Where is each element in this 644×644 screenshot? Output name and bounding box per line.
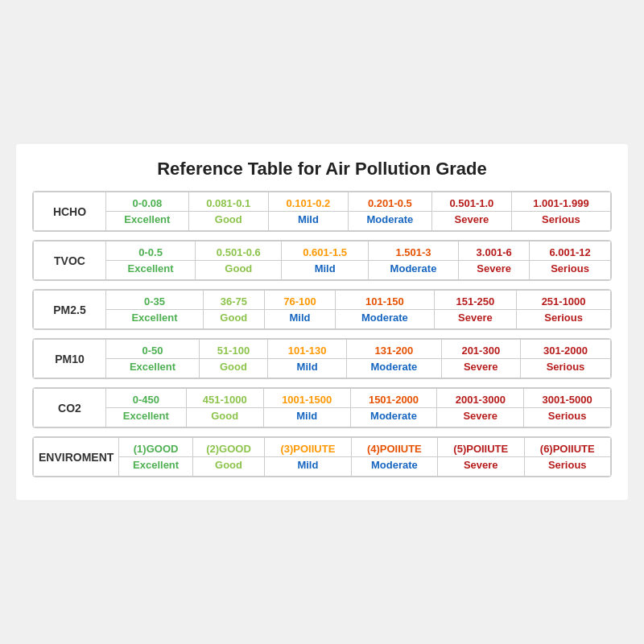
range-cell-1-3: 1.501-3 — [368, 242, 458, 261]
table-tvoc: TVOC0-0.50.501-0.60.601-1.51.501-33.001-… — [32, 240, 612, 281]
range-cell-4-2: 1001-1500 — [263, 389, 350, 408]
grade-cell-3-2: Mild — [267, 359, 346, 378]
grade-cell-5-1: Good — [192, 457, 264, 477]
grade-cell-3-0: Excellent — [106, 359, 200, 378]
page-title: Reference Table for Air Pollution Grade — [32, 159, 612, 180]
row-label-pm2.5: PM2.5 — [34, 291, 106, 329]
range-cell-3-1: 51-100 — [199, 340, 267, 359]
grade-cell-1-1: Good — [196, 261, 282, 280]
range-cell-5-2: (3)POIIUTE — [265, 438, 351, 457]
row-label-tvoc: TVOC — [34, 242, 106, 280]
grade-cell-0-4: Severe — [431, 212, 511, 231]
range-cell-0-1: 0.081-0.1 — [188, 192, 268, 212]
row-label-hcho: HCHO — [34, 192, 106, 231]
range-cell-2-4: 151-250 — [434, 291, 517, 310]
row-label-enviroment: ENVIROMENT — [34, 438, 119, 477]
range-cell-1-4: 3.001-6 — [459, 242, 530, 261]
grade-cell-4-1: Good — [186, 408, 263, 427]
grade-cell-0-2: Mild — [268, 212, 348, 231]
table-hcho: HCHO0-0.080.081-0.10.101-0.20.201-0.50.5… — [32, 191, 612, 232]
grade-cell-2-2: Mild — [264, 310, 336, 329]
grade-cell-3-5: Serious — [520, 359, 610, 378]
range-cell-3-5: 301-2000 — [520, 340, 610, 359]
grade-cell-5-2: Mild — [265, 457, 351, 477]
range-cell-0-2: 0.101-0.2 — [268, 192, 348, 212]
grade-cell-4-5: Serious — [524, 408, 611, 427]
table-enviroment: ENVIROMENT(1)GOOD(2)GOOD(3)POIIUTE(4)POI… — [32, 436, 612, 477]
range-cell-2-5: 251-1000 — [517, 291, 611, 310]
range-cell-4-3: 1501-2000 — [350, 389, 437, 408]
grade-cell-1-0: Excellent — [106, 261, 196, 280]
grade-cell-4-3: Moderate — [350, 408, 437, 427]
range-cell-5-4: (5)POIIUTE — [438, 438, 524, 457]
table-pm10: PM100-5051-100101-130131-200201-300301-2… — [32, 338, 612, 379]
range-cell-4-0: 0-450 — [106, 389, 187, 408]
range-cell-1-2: 0.601-1.5 — [282, 242, 368, 261]
range-cell-3-4: 201-300 — [441, 340, 520, 359]
grade-cell-2-3: Moderate — [336, 310, 434, 329]
grade-cell-3-1: Good — [199, 359, 267, 378]
grade-cell-5-3: Moderate — [351, 457, 437, 477]
range-cell-2-0: 0-35 — [106, 291, 204, 310]
range-cell-5-5: (6)POIIUTE — [524, 438, 611, 457]
range-cell-3-2: 101-130 — [267, 340, 346, 359]
grade-cell-3-3: Moderate — [347, 359, 441, 378]
row-label-pm10: PM10 — [34, 340, 106, 378]
grade-cell-1-5: Serious — [530, 261, 611, 280]
grade-cell-2-0: Excellent — [106, 310, 204, 329]
range-cell-1-0: 0-0.5 — [106, 242, 196, 261]
tables-container: HCHO0-0.080.081-0.10.101-0.20.201-0.50.5… — [32, 191, 612, 477]
grade-cell-5-5: Serious — [524, 457, 611, 477]
range-cell-5-1: (2)GOOD — [192, 438, 264, 457]
range-cell-4-5: 3001-5000 — [524, 389, 611, 408]
grade-cell-5-4: Severe — [438, 457, 524, 477]
grade-cell-5-0: Excellent — [119, 457, 193, 477]
range-cell-5-3: (4)POIIUTE — [351, 438, 437, 457]
range-cell-5-0: (1)GOOD — [119, 438, 193, 457]
range-cell-0-4: 0.501-1.0 — [431, 192, 511, 212]
range-cell-3-0: 0-50 — [106, 340, 200, 359]
range-cell-2-1: 36-75 — [203, 291, 264, 310]
range-cell-0-5: 1.001-1.999 — [511, 192, 610, 212]
grade-cell-1-4: Severe — [459, 261, 530, 280]
grade-cell-0-5: Serious — [511, 212, 610, 231]
grade-cell-0-0: Excellent — [106, 212, 189, 231]
range-cell-4-4: 2001-3000 — [437, 389, 524, 408]
grade-cell-4-2: Mild — [263, 408, 350, 427]
grade-cell-4-4: Severe — [437, 408, 524, 427]
main-container: Reference Table for Air Pollution Grade … — [16, 144, 628, 500]
range-cell-1-1: 0.501-0.6 — [196, 242, 282, 261]
range-cell-0-0: 0-0.08 — [106, 192, 189, 212]
grade-cell-2-1: Good — [203, 310, 264, 329]
range-cell-3-3: 131-200 — [347, 340, 441, 359]
grade-cell-3-4: Severe — [441, 359, 520, 378]
grade-cell-0-3: Moderate — [348, 212, 431, 231]
grade-cell-1-3: Moderate — [368, 261, 458, 280]
table-pm2.5: PM2.50-3536-7576-100101-150151-250251-10… — [32, 289, 612, 330]
range-cell-1-5: 6.001-12 — [530, 242, 611, 261]
grade-cell-2-4: Severe — [434, 310, 517, 329]
row-label-co2: CO2 — [34, 389, 106, 427]
table-co2: CO20-450451-10001001-15001501-20002001-3… — [32, 387, 612, 428]
grade-cell-1-2: Mild — [282, 261, 368, 280]
range-cell-4-1: 451-1000 — [186, 389, 263, 408]
range-cell-0-3: 0.201-0.5 — [348, 192, 431, 212]
grade-cell-4-0: Excellent — [106, 408, 187, 427]
grade-cell-0-1: Good — [188, 212, 268, 231]
range-cell-2-3: 101-150 — [336, 291, 434, 310]
range-cell-2-2: 76-100 — [264, 291, 336, 310]
grade-cell-2-5: Serious — [517, 310, 611, 329]
